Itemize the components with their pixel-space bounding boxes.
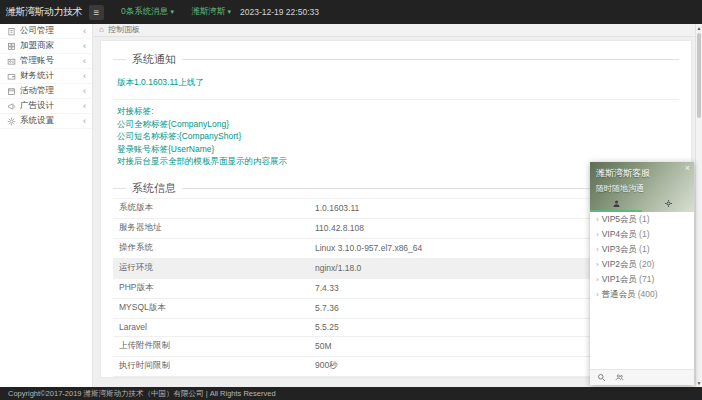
sidebar-item-label: 公司管理 [20, 25, 54, 37]
scroll-up-icon[interactable]: ▲ [696, 24, 702, 32]
breadcrumb-label: 控制面板 [108, 25, 140, 34]
clock-text: 2023-12-19 22:50:33 [240, 7, 319, 17]
chevron-icon: ‹ [83, 42, 86, 51]
arrow-right-icon: › [596, 260, 599, 269]
caret-down-icon: ▾ [171, 8, 175, 15]
group-label: 普通会员 [602, 289, 636, 299]
sidebar-item-label: 活动管理 [20, 85, 54, 97]
row-label: PHP版本 [113, 278, 309, 298]
notice-link[interactable]: 登录账号标签{UserName} [113, 143, 679, 156]
sidebar-item-label: 广告设计 [20, 100, 54, 112]
chevron-icon: ‹ [83, 57, 86, 66]
sidebar-item-label: 系统设置 [20, 115, 54, 127]
group-count: (20) [639, 259, 654, 269]
group-count: (71) [639, 274, 654, 284]
group-label: VIP5会员 [602, 214, 637, 224]
group-count: (400) [638, 289, 658, 299]
user-dropdown[interactable]: 潍斯湾斯 ▾ [191, 6, 231, 18]
sidebar-item-label: 管理账号 [20, 55, 54, 67]
section-notice-legend: 系统通知 [126, 52, 182, 67]
chevron-icon: ‹ [83, 117, 86, 126]
home-icon: ⌂ [99, 25, 104, 34]
sidebar-item-label: 财务统计 [20, 70, 54, 82]
scroll-down-icon[interactable]: ▼ [696, 379, 702, 387]
group-count: (1) [639, 214, 649, 224]
chat-group-list: ›VIP5会员(1) ›VIP4会员(1) ›VIP3会员(1) ›VIP2会员… [590, 212, 694, 369]
arrow-right-icon: › [596, 245, 599, 254]
person-icon [612, 199, 621, 208]
footer-bar: Copyright©2017-2019 潍斯湾斯动力技术（中国）有限公司 | A… [0, 387, 702, 400]
top-header: 潍斯湾斯动力技术（中 ≡ 0条系统消息 ▾ 潍斯湾斯 ▾ 2023-12-19 … [0, 0, 702, 24]
group-label: VIP4会员 [602, 229, 637, 239]
sidebar-item-accounts[interactable]: 管理账号 ‹ [0, 54, 92, 69]
close-icon[interactable]: × [685, 163, 690, 173]
group-normal[interactable]: ›普通会员(400) [590, 287, 694, 302]
search-icon[interactable] [597, 373, 606, 382]
arrow-right-icon: › [596, 290, 599, 299]
sidebar-nav: 公司管理 ‹ 加盟商家 ‹ 管理账号 ‹ 财务统计 ‹ 活动管理 ‹ 广告设计 … [0, 24, 93, 387]
chat-panel-title: 潍斯湾斯客服 [596, 167, 688, 180]
id-card-icon [7, 57, 16, 66]
tab-settings[interactable] [642, 195, 694, 212]
sidebar-item-label: 加盟商家 [20, 40, 54, 52]
arrow-right-icon: › [596, 230, 599, 239]
sidebar-item-company[interactable]: 公司管理 ‹ [0, 24, 92, 39]
row-label: 执行时间限制 [113, 356, 309, 376]
group-count: (1) [639, 229, 649, 239]
page-scrollbar[interactable]: ▲ ▼ [695, 24, 702, 387]
version-link[interactable]: 版本1.0.1603.11上线了 [117, 77, 204, 89]
arrow-right-icon: › [596, 275, 599, 284]
row-label: Laravel [113, 318, 309, 336]
messages-dropdown[interactable]: 0条系统消息 ▾ [121, 6, 174, 18]
group-vip4[interactable]: ›VIP4会员(1) [590, 227, 694, 242]
messages-label: 0条系统消息 [121, 6, 168, 16]
sidebar-item-merchants[interactable]: 加盟商家 ‹ [0, 39, 92, 54]
chevron-icon: ‹ [83, 72, 86, 81]
breadcrumb: ⌂ 控制面板 [94, 24, 695, 37]
megaphone-icon [7, 102, 16, 111]
tab-friends[interactable] [590, 195, 642, 212]
chat-tabs [590, 195, 694, 212]
row-label: 服务器地址 [113, 218, 309, 238]
people-icon[interactable] [615, 373, 624, 382]
sidebar-item-finance[interactable]: 财务统计 ‹ [0, 69, 92, 84]
notice-link[interactable]: 对接标签: [113, 105, 679, 118]
chevron-icon: ‹ [83, 102, 86, 111]
group-label: VIP3会员 [602, 244, 637, 254]
gear-icon [7, 117, 16, 126]
notice-link[interactable]: 公司短名称标签:{CompanyShort} [113, 130, 679, 143]
menu-icon[interactable]: ≡ [89, 5, 104, 20]
row-label: 系统版本 [113, 198, 309, 218]
chevron-icon: ‹ [83, 27, 86, 36]
chat-panel-header: 潍斯湾斯客服 随时随地沟通 × [590, 162, 694, 212]
scrollbar-thumb[interactable] [697, 33, 701, 118]
group-vip3[interactable]: ›VIP3会员(1) [590, 242, 694, 257]
notice-link[interactable]: 公司全称标签{CompanyLong} [113, 118, 679, 131]
app-title: 潍斯湾斯动力技术（中 [0, 5, 86, 19]
row-label: MYSQL版本 [113, 298, 309, 318]
caret-down-icon: ▾ [228, 8, 232, 15]
group-vip1[interactable]: ›VIP1会员(71) [590, 272, 694, 287]
group-label: VIP2会员 [602, 259, 637, 269]
building-icon [7, 27, 16, 36]
chat-contact-panel: 潍斯湾斯客服 随时随地沟通 × ›VIP5会员(1) ›VIP4会员(1) ›V… [590, 162, 694, 385]
group-vip5[interactable]: ›VIP5会员(1) [590, 212, 694, 227]
group-vip2[interactable]: ›VIP2会员(20) [590, 257, 694, 272]
row-label: 运行环境 [113, 258, 309, 278]
sidebar-item-activities[interactable]: 活动管理 ‹ [0, 84, 92, 99]
section-sysinfo-legend: 系统信息 [126, 181, 182, 196]
group-label: VIP1会员 [602, 274, 637, 284]
copyright-text: Copyright©2017-2019 潍斯湾斯动力技术（中国）有限公司 | A… [8, 389, 276, 398]
sidebar-item-settings[interactable]: 系统设置 ‹ [0, 114, 92, 129]
sidebar-item-ads[interactable]: 广告设计 ‹ [0, 99, 92, 114]
section-notice: 系统通知 [113, 59, 679, 60]
divider [113, 99, 679, 100]
wallet-icon [7, 72, 16, 81]
user-label: 潍斯湾斯 [191, 6, 225, 16]
calendar-icon [7, 87, 16, 96]
store-icon [7, 42, 16, 51]
row-label: 操作系统 [113, 238, 309, 258]
chat-panel-subtitle: 随时随地沟通 [596, 183, 688, 194]
chat-panel-toolbar [590, 369, 694, 385]
arrow-right-icon: › [596, 215, 599, 224]
